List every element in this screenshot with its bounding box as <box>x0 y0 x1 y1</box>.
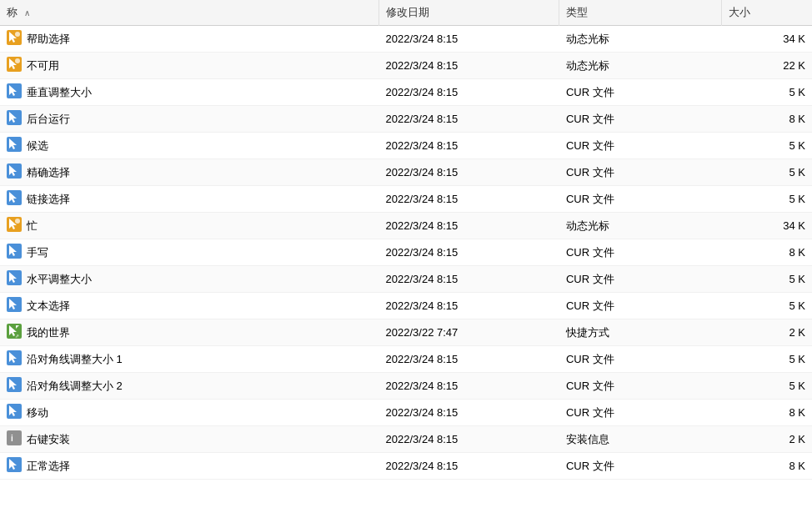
file-size-cell: 2 K <box>722 319 812 346</box>
animated-cursor-icon <box>7 30 22 48</box>
column-name-label: 称 <box>7 6 18 18</box>
column-header-name[interactable]: 称 ∧ <box>0 0 379 26</box>
animated-cursor-icon <box>7 57 22 74</box>
table-row[interactable]: 沿对角线调整大小 12022/3/24 8:15CUR 文件5 K <box>0 346 812 373</box>
table-row[interactable]: 链接选择2022/3/24 8:15CUR 文件5 K <box>0 186 812 213</box>
file-size-cell: 8 K <box>722 239 812 266</box>
file-name-cell: 沿对角线调整大小 2 <box>0 373 379 400</box>
table-row[interactable]: 候选2022/3/24 8:15CUR 文件5 K <box>0 133 812 159</box>
file-type-cell: CUR 文件 <box>559 186 722 213</box>
file-name-text: 候选 <box>27 138 48 153</box>
cursor-file-icon <box>7 110 22 128</box>
table-row[interactable]: 后台运行2022/3/24 8:15CUR 文件8 K <box>0 106 812 133</box>
file-name-text: 水平调整大小 <box>27 272 92 287</box>
file-name-cell: i 右键安装 <box>0 426 379 453</box>
file-name-text: 沿对角线调整大小 2 <box>27 379 123 394</box>
table-row[interactable]: ⇗ 我的世界2022/3/22 7:47快捷方式2 K <box>0 319 812 346</box>
file-name-cell: 链接选择 <box>0 186 379 213</box>
file-size-cell: 5 K <box>722 79 812 106</box>
file-date-cell: 2022/3/24 8:15 <box>379 106 559 133</box>
file-date-cell: 2022/3/24 8:15 <box>379 400 559 426</box>
column-header-size[interactable]: 大小 <box>722 0 812 26</box>
file-size-cell: 2 K <box>722 426 812 453</box>
file-name-cell: 正常选择 <box>0 453 379 480</box>
cursor-file-icon <box>7 163 22 181</box>
file-size-cell: 5 K <box>722 293 812 319</box>
cursor-file-icon <box>7 404 22 421</box>
file-date-cell: 2022/3/24 8:15 <box>379 346 559 373</box>
file-type-cell: CUR 文件 <box>559 106 722 133</box>
file-name-text: 后台运行 <box>27 112 70 127</box>
file-name-cell: 不可用 <box>0 53 379 79</box>
table-row[interactable]: 文本选择2022/3/24 8:15CUR 文件5 K <box>0 293 812 319</box>
shortcut-icon: ⇗ <box>7 324 22 341</box>
file-date-cell: 2022/3/24 8:15 <box>379 453 559 480</box>
file-name-text: 手写 <box>27 245 48 260</box>
file-date-cell: 2022/3/24 8:15 <box>379 186 559 213</box>
file-name-cell: ⇗ 我的世界 <box>0 319 379 346</box>
file-size-cell: 5 K <box>722 186 812 213</box>
cursor-file-icon <box>7 350 22 368</box>
file-type-cell: CUR 文件 <box>559 159 722 186</box>
column-header-type[interactable]: 类型 <box>559 0 722 26</box>
file-date-cell: 2022/3/24 8:15 <box>379 373 559 400</box>
file-name-cell: 水平调整大小 <box>0 266 379 293</box>
svg-point-18 <box>15 219 20 224</box>
file-type-cell: CUR 文件 <box>559 346 722 373</box>
column-size-label: 大小 <box>729 6 750 18</box>
svg-point-5 <box>15 58 20 63</box>
file-size-cell: 5 K <box>722 346 812 373</box>
file-size-cell: 5 K <box>722 133 812 159</box>
table-row[interactable]: 垂直调整大小2022/3/24 8:15CUR 文件5 K <box>0 79 812 106</box>
file-name-text: 右键安装 <box>27 432 70 447</box>
sort-arrow: ∧ <box>24 8 30 18</box>
svg-point-2 <box>15 32 20 37</box>
file-type-cell: CUR 文件 <box>559 373 722 400</box>
file-date-cell: 2022/3/24 8:15 <box>379 239 559 266</box>
table-row[interactable]: 移动2022/3/24 8:15CUR 文件8 K <box>0 400 812 426</box>
file-type-cell: 动态光标 <box>559 53 722 79</box>
table-row[interactable]: 沿对角线调整大小 22022/3/24 8:15CUR 文件5 K <box>0 373 812 400</box>
file-name-text: 忙 <box>27 219 38 234</box>
file-name-cell: 精确选择 <box>0 159 379 186</box>
table-row[interactable]: 忙2022/3/24 8:15动态光标34 K <box>0 213 812 239</box>
file-date-cell: 2022/3/24 8:15 <box>379 79 559 106</box>
file-name-cell: 忙 <box>0 213 379 239</box>
file-type-cell: 快捷方式 <box>559 319 722 346</box>
file-date-cell: 2022/3/24 8:15 <box>379 426 559 453</box>
file-name-text: 链接选择 <box>27 192 70 207</box>
svg-text:⇗: ⇗ <box>15 334 19 339</box>
column-type-label: 类型 <box>566 6 588 18</box>
cursor-file-icon <box>7 457 22 475</box>
table-row[interactable]: 水平调整大小2022/3/24 8:15CUR 文件5 K <box>0 266 812 293</box>
file-type-cell: CUR 文件 <box>559 293 722 319</box>
table-row[interactable]: 手写2022/3/24 8:15CUR 文件8 K <box>0 239 812 266</box>
table-container: 称 ∧ 修改日期 类型 大小 <box>0 0 812 508</box>
file-date-cell: 2022/3/22 7:47 <box>379 319 559 346</box>
file-date-cell: 2022/3/24 8:15 <box>379 159 559 186</box>
table-row[interactable]: 帮助选择2022/3/24 8:15动态光标34 K <box>0 26 812 53</box>
file-name-text: 精确选择 <box>27 165 70 180</box>
file-size-cell: 8 K <box>722 106 812 133</box>
file-explorer: 称 ∧ 修改日期 类型 大小 <box>0 0 812 508</box>
table-row[interactable]: 精确选择2022/3/24 8:15CUR 文件5 K <box>0 159 812 186</box>
cursor-file-icon <box>7 377 22 395</box>
column-header-date[interactable]: 修改日期 <box>379 0 559 26</box>
file-type-cell: CUR 文件 <box>559 239 722 266</box>
animated-cursor-icon <box>7 217 22 234</box>
file-date-cell: 2022/3/24 8:15 <box>379 133 559 159</box>
file-name-cell: 文本选择 <box>0 293 379 319</box>
file-table: 称 ∧ 修改日期 类型 大小 <box>0 0 812 480</box>
file-name-cell: 移动 <box>0 400 379 426</box>
file-date-cell: 2022/3/24 8:15 <box>379 293 559 319</box>
svg-text:i: i <box>11 434 13 443</box>
file-name-text: 垂直调整大小 <box>27 85 92 100</box>
file-size-cell: 34 K <box>722 213 812 239</box>
table-row[interactable]: 不可用2022/3/24 8:15动态光标22 K <box>0 53 812 79</box>
table-row[interactable]: i 右键安装2022/3/24 8:15安装信息2 K <box>0 426 812 453</box>
cursor-file-icon <box>7 244 22 261</box>
file-type-cell: CUR 文件 <box>559 133 722 159</box>
file-date-cell: 2022/3/24 8:15 <box>379 213 559 239</box>
file-size-cell: 8 K <box>722 453 812 480</box>
table-row[interactable]: 正常选择2022/3/24 8:15CUR 文件8 K <box>0 453 812 480</box>
